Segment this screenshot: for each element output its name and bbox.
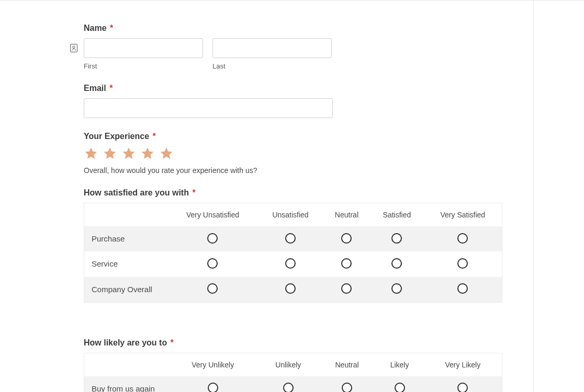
row-label: Company Overall (84, 277, 168, 303)
radio-option[interactable] (457, 383, 468, 392)
likelihood-table: Very Unlikely Unlikely Neutral Likely Ve… (84, 353, 502, 392)
required-marker: * (110, 24, 113, 32)
row-label: Buy from us again (84, 376, 168, 392)
radio-option[interactable] (207, 258, 218, 269)
experience-field: Your Experience * Overall, how would you… (84, 132, 502, 175)
radio-option[interactable] (283, 383, 294, 392)
radio-option[interactable] (457, 233, 468, 244)
col-header: Very Unlikely (168, 353, 258, 376)
row-label: Service (84, 251, 168, 276)
right-divider (533, 1, 534, 392)
table-row: Purchase (84, 226, 502, 251)
name-label-text: Name (84, 24, 107, 32)
name-label: Name * (84, 24, 502, 33)
radio-option[interactable] (208, 383, 218, 392)
star-icon[interactable] (140, 146, 155, 161)
email-label: Email * (84, 84, 502, 93)
radio-option[interactable] (341, 233, 352, 244)
experience-hint: Overall, how would you rate your experie… (84, 166, 502, 175)
radio-option[interactable] (285, 283, 296, 294)
star-rating[interactable] (84, 146, 502, 161)
experience-label: Your Experience * (84, 132, 502, 141)
star-icon[interactable] (159, 146, 174, 161)
first-name-input[interactable] (84, 38, 203, 58)
first-name-sublabel: First (84, 62, 203, 70)
radio-option[interactable] (341, 258, 352, 269)
page: Name * First Las (0, 0, 584, 392)
radio-option[interactable] (391, 283, 402, 294)
col-header: Unsatisfied (257, 203, 323, 227)
likelihood-field: How likely are you to * Very Unlikely Un… (84, 338, 502, 392)
table-row: Service (84, 251, 502, 276)
col-header: Very Unsatisfied (168, 203, 258, 227)
required-marker: * (192, 188, 195, 197)
likelihood-label: How likely are you to * (84, 338, 502, 348)
star-icon[interactable] (103, 146, 117, 161)
likelihood-label-text: How likely are you to (84, 338, 167, 347)
radio-option[interactable] (391, 258, 402, 269)
svg-rect-0 (71, 44, 77, 52)
radio-option[interactable] (285, 258, 296, 269)
experience-label-text: Your Experience (84, 132, 149, 141)
col-header: Satisfied (370, 203, 423, 227)
required-marker: * (153, 132, 156, 141)
col-header: Neutral (319, 353, 376, 376)
contact-autofill-icon (70, 44, 77, 54)
row-label: Purchase (84, 226, 168, 251)
satisfaction-label-text: How satisfied are you with (84, 188, 189, 197)
radio-option[interactable] (457, 283, 468, 294)
satisfaction-table: Very Unsatisfied Unsatisfied Neutral Sat… (84, 203, 502, 303)
email-label-text: Email (84, 84, 106, 93)
col-header: Unlikely (258, 353, 319, 376)
satisfaction-label: How satisfied are you with * (84, 188, 502, 198)
required-marker: * (171, 338, 174, 347)
radio-option[interactable] (341, 283, 352, 294)
table-row: Buy from us again (84, 376, 502, 392)
email-field: Email * (84, 84, 502, 118)
required-marker: * (109, 84, 113, 93)
radio-option[interactable] (391, 233, 402, 244)
radio-option[interactable] (395, 383, 405, 392)
col-header: Very Satisfied (424, 203, 502, 227)
svg-point-1 (73, 46, 75, 48)
col-header: Likely (375, 353, 423, 376)
radio-option[interactable] (207, 283, 218, 294)
radio-option[interactable] (285, 233, 296, 244)
email-input[interactable] (84, 98, 333, 118)
radio-option[interactable] (342, 383, 352, 392)
last-name-input[interactable] (212, 38, 332, 58)
name-field: Name * First Las (84, 24, 502, 70)
col-header: Very Likely (424, 353, 502, 376)
star-icon[interactable] (84, 146, 98, 161)
radio-option[interactable] (207, 233, 218, 244)
col-header: Neutral (323, 203, 370, 227)
table-row: Company Overall (84, 277, 502, 303)
satisfaction-field: How satisfied are you with * Very Unsati… (84, 188, 502, 303)
radio-option[interactable] (457, 258, 468, 269)
form-content: Name * First Las (84, 24, 502, 392)
last-name-sublabel: Last (212, 62, 332, 70)
star-icon[interactable] (121, 146, 136, 161)
